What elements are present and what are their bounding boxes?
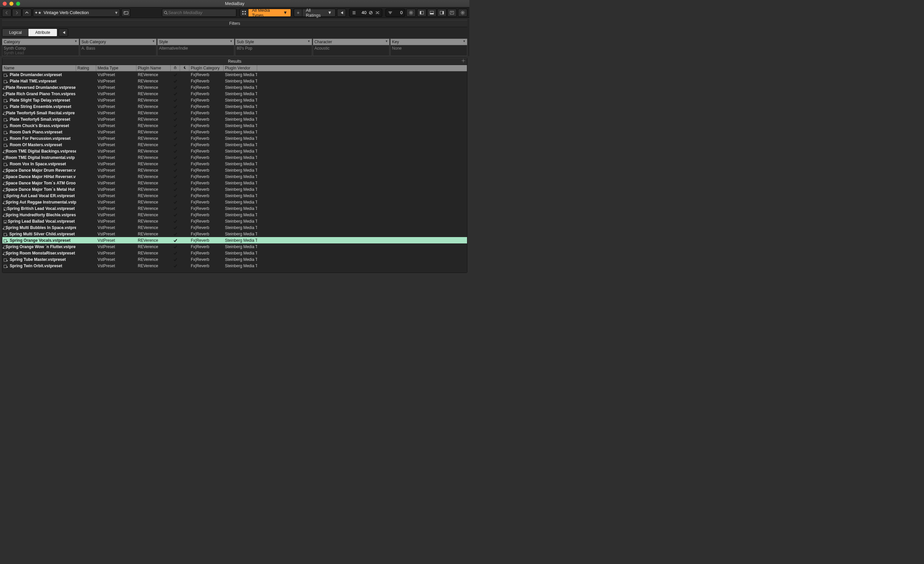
col-header-vendor[interactable]: PlugIn Vendor	[224, 65, 257, 71]
filter-item[interactable]: Alternative/Indie	[159, 46, 232, 51]
col-header-clock[interactable]	[180, 65, 189, 71]
col-header-rating[interactable]: Rating	[76, 65, 96, 71]
filter-column-header[interactable]: Style▼	[157, 39, 234, 45]
table-row[interactable]: Spring Multi Bubbles In Space.vstpreVstP…	[2, 224, 467, 231]
table-row[interactable]: Plate Rich Grand Piano Tron.vstpresVstPr…	[2, 90, 467, 97]
shuffle-icon[interactable]	[375, 10, 380, 15]
reset-filters-button[interactable]	[337, 9, 346, 17]
results-list[interactable]: Plate Drumlander.vstpresetVstPresetREVer…	[2, 71, 467, 273]
col-header-media[interactable]: Media Type	[96, 65, 136, 71]
table-row[interactable]: Room Chuck's Brass.vstpresetVstPresetREV…	[2, 122, 467, 129]
filter-column-body[interactable]: Alternative/Indie	[157, 45, 234, 56]
close-window-button[interactable]	[3, 2, 7, 6]
col-header-lock[interactable]	[171, 65, 180, 71]
table-row[interactable]: Spring Orange Wow ´n Flutter.vstpreVstPr…	[2, 243, 467, 250]
table-row[interactable]: Room Of Masters.vstpresetVstPresetREVere…	[2, 141, 467, 148]
attribute-mode-button[interactable]: Attribute	[28, 29, 57, 36]
filter-column-header[interactable]: Sub Category▼	[80, 39, 157, 45]
table-row[interactable]: Spring Hundredforty Blechle.vstpresVstPr…	[2, 212, 467, 218]
filter-column-label: Category	[4, 40, 20, 44]
table-row[interactable]: Plate Reversed Drumlander.vstpreseVstPre…	[2, 84, 467, 90]
filter-column-header[interactable]: Category▼	[2, 39, 79, 45]
table-row[interactable]: Spring Tube Master.vstpresetVstPresetREV…	[2, 256, 467, 262]
settings-button[interactable]	[406, 9, 416, 17]
filter-item[interactable]: None	[392, 46, 466, 51]
logical-mode-button[interactable]: Logical	[2, 29, 28, 36]
layout-export-button[interactable]	[447, 9, 457, 17]
table-row[interactable]: Plate Twoforty6 Small.vstpresetVstPreset…	[2, 116, 467, 122]
location-dropdown[interactable]: ✦★ Vintage Verb Collection ▼	[33, 9, 120, 17]
table-row[interactable]: Room Vox In Space.vstpresetVstPresetREVe…	[2, 160, 467, 167]
table-row[interactable]: Plate String Ensemble.vstpresetVstPreset…	[2, 103, 467, 110]
table-row[interactable]: Space Dance Major HiHat Reverser.vVstPre…	[2, 173, 467, 180]
rating-dropdown[interactable]: All Ratings ▼	[302, 9, 336, 17]
rating-filter-star-button[interactable]: ★	[294, 9, 302, 17]
filter-item[interactable]: Acoustic	[315, 46, 388, 51]
table-row[interactable]: Spring Lead Ballad Vocal.vstpresetVstPre…	[2, 218, 467, 224]
table-row[interactable]: Spring Room MonstaRiser.vstpresetVstPres…	[2, 250, 467, 256]
filter-column-header[interactable]: Key▼	[390, 39, 467, 45]
cell-media-type: VstPreset	[96, 162, 136, 166]
table-row[interactable]: Spring Twin Orbit.vstpresetVstPresetREVe…	[2, 262, 467, 269]
table-row[interactable]: Space Dance Major Drum Reverser.vVstPres…	[2, 167, 467, 173]
filter-item[interactable]: 80's Pop	[237, 46, 310, 51]
filter-column-body[interactable]: Acoustic	[313, 45, 390, 56]
col-header-cat[interactable]: PlugIn Category	[189, 65, 224, 71]
table-row[interactable]: Room TME Digital Backings.vstpreseVstPre…	[2, 148, 467, 154]
table-row[interactable]: Space Dance Major Tom´s Metal HutVstPres…	[2, 186, 467, 192]
filter-column-body[interactable]: Synth CompSynth Lead	[2, 45, 79, 56]
filter-column[interactable]: Sub Style▼80's Pop	[235, 39, 312, 56]
filter-item[interactable]: Synth Comp	[4, 46, 78, 51]
filter-column-header[interactable]: Sub Style▼	[235, 39, 312, 45]
filter-mode-segment: Logical Attribute	[2, 28, 57, 36]
col-header-name[interactable]: Name	[2, 65, 76, 71]
filter-column-header[interactable]: Character▼	[313, 39, 390, 45]
cell-lock	[171, 244, 180, 249]
filter-column[interactable]: Character▼Acoustic	[313, 39, 390, 56]
table-row[interactable]: Spring British Lead Vocal.vstpresetVstPr…	[2, 205, 467, 212]
filter-item[interactable]: Synth Lead	[4, 51, 78, 56]
search-box[interactable]	[162, 9, 236, 17]
filter-item[interactable]: A. Bass	[81, 46, 155, 51]
table-row[interactable]: Room Dark Piano.vstpresetVstPresetREVere…	[2, 129, 467, 135]
filter-column-body[interactable]: None	[390, 45, 467, 56]
preset-name: Room TME Digital Instrumental.vstp	[6, 155, 75, 160]
table-row[interactable]: Plate Twoforty6 Small Recital.vstpreVstP…	[2, 110, 467, 116]
zoom-window-button[interactable]	[16, 2, 20, 6]
moon-icon	[183, 66, 186, 69]
table-row[interactable]: Spring Aut Reggae Instrumental.vstpVstPr…	[2, 199, 467, 205]
table-row[interactable]: Spring Multi Silver Child.vstpresetVstPr…	[2, 231, 467, 237]
filter-column-body[interactable]: 80's Pop	[235, 45, 312, 56]
refresh-icon[interactable]	[369, 10, 373, 15]
table-row[interactable]: Plate Slight Tap Delay.vstpresetVstPrese…	[2, 97, 467, 103]
table-row[interactable]: Plate Drumlander.vstpresetVstPresetREVer…	[2, 71, 467, 78]
filter-column[interactable]: Sub Category▼A. Bass	[80, 39, 157, 56]
media-type-dropdown[interactable]: All Media Types ▼	[248, 9, 291, 17]
table-row[interactable]: Spring Aut Lead Vocal ER.vstpresetVstPre…	[2, 192, 467, 199]
chevron-down-icon: ▼	[327, 10, 332, 15]
table-row[interactable]: Room For Percussion.vstpresetVstPresetRE…	[2, 135, 467, 141]
table-row[interactable]: Plate Hall TME.vstpresetVstPresetREVeren…	[2, 78, 467, 84]
media-type-grid-button[interactable]	[240, 9, 248, 17]
results-settings-button[interactable]	[461, 58, 466, 64]
filter-column[interactable]: Style▼Alternative/Indie	[157, 39, 234, 56]
nav-up-button[interactable]	[22, 9, 32, 17]
filter-column[interactable]: Key▼None	[390, 39, 467, 56]
table-row[interactable]: Spring Orange Vocals.vstpresetVstPresetR…	[2, 237, 467, 243]
nav-back-button[interactable]	[2, 9, 11, 17]
table-row[interactable]: Room TME Digital Instrumental.vstpVstPre…	[2, 154, 467, 160]
table-row[interactable]: Space Dance Major Tom´s ATM GrooVstPrese…	[2, 180, 467, 186]
col-header-plugin[interactable]: PlugIn Name	[136, 65, 171, 71]
layout-bottom-button[interactable]	[427, 9, 436, 17]
search-input[interactable]	[168, 10, 235, 15]
minimize-window-button[interactable]	[9, 2, 14, 6]
nav-forward-button[interactable]	[12, 9, 21, 17]
browse-folder-button[interactable]	[122, 9, 130, 17]
layout-right-button[interactable]	[437, 9, 447, 17]
settings-button-2[interactable]	[458, 9, 467, 17]
layout-left-button[interactable]	[417, 9, 426, 17]
filter-column-body[interactable]: A. Bass	[80, 45, 157, 56]
filter-column[interactable]: Category▼Synth CompSynth Lead	[2, 39, 79, 56]
cell-lock	[171, 130, 180, 135]
filter-rewind-button[interactable]	[58, 28, 68, 36]
